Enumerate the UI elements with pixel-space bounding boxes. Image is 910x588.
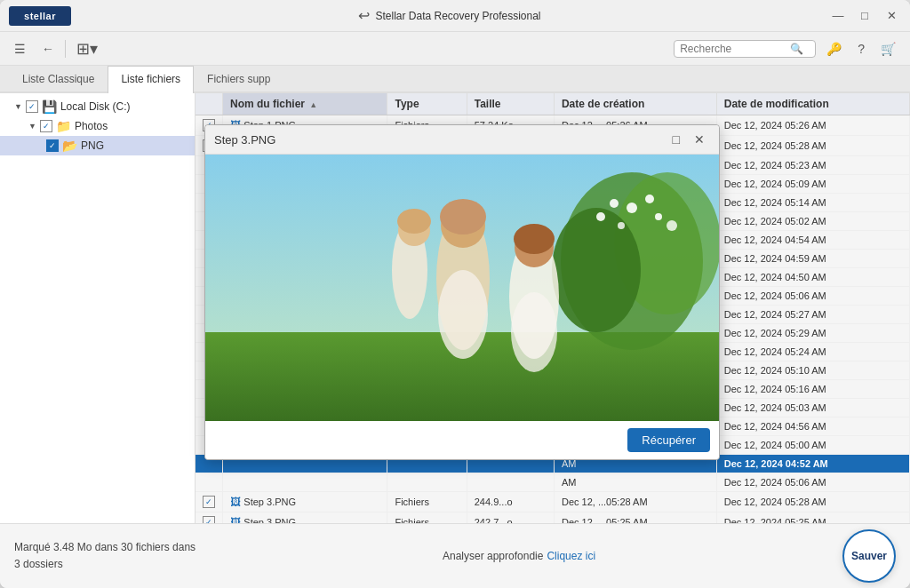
col-modified[interactable]: Date de modification bbox=[716, 93, 909, 115]
preview-maximize-button[interactable]: □ bbox=[667, 131, 685, 148]
checkbox-local-disk[interactable]: ✓ bbox=[26, 100, 38, 113]
checkbox-photos[interactable]: ✓ bbox=[40, 120, 52, 132]
row-checkbox[interactable]: ✓ bbox=[203, 516, 215, 523]
status-label: Marqué 3.48 Mo dans 30 fichiers dans3 do… bbox=[14, 541, 196, 570]
col-size[interactable]: Taille bbox=[467, 93, 554, 115]
row-modified: Dec 12, 2024 05:16 AM bbox=[716, 380, 909, 399]
sidebar: ▼ ✓ 💾 Local Disk (C:) ▼ ✓ 📁 Photos ✓ 📂 P… bbox=[0, 93, 196, 523]
row-created: Dec 12, ...05:28 AM bbox=[554, 492, 716, 513]
row-modified: Dec 12, 2024 05:26 AM bbox=[716, 115, 909, 136]
svg-point-10 bbox=[667, 220, 677, 231]
row-created: Dec 12, ...05:25 AM bbox=[554, 513, 716, 524]
row-filename: 🖼 Step 3.PNG bbox=[223, 492, 387, 513]
preview-dialog: Step 3.PNG □ ✕ bbox=[204, 124, 720, 460]
search-box: 🔍 bbox=[674, 40, 816, 58]
row-type: Fichiers bbox=[387, 492, 467, 513]
row-modified: Dec 12, 2024 05:03 AM bbox=[716, 399, 909, 417]
preview-title: Step 3.PNG bbox=[214, 133, 275, 147]
titlebar-controls: — □ ✕ bbox=[828, 6, 901, 26]
tab-liste-fichiers[interactable]: Liste fichiers bbox=[108, 66, 194, 93]
analyze-section: Analyser approfondie Cliquez ici bbox=[443, 550, 595, 562]
toolbar-divider bbox=[65, 40, 66, 58]
table-header-row: Nom du fichier ▲ Type Taille Date de cré… bbox=[196, 93, 910, 115]
row-modified: Dec 12, 2024 05:10 AM bbox=[716, 362, 909, 380]
table-row[interactable]: AMDec 12, 2024 05:06 AM bbox=[196, 473, 910, 492]
preview-controls: □ ✕ bbox=[667, 131, 710, 148]
svg-point-9 bbox=[596, 212, 605, 221]
key-button[interactable]: 🔑 bbox=[821, 39, 847, 59]
preview-header: Step 3.PNG □ ✕ bbox=[205, 125, 719, 155]
row-modified: Dec 12, 2024 04:56 AM bbox=[716, 417, 909, 436]
row-filename bbox=[223, 473, 387, 492]
checkbox-png[interactable]: ✓ bbox=[46, 139, 59, 152]
row-modified: Dec 12, 2024 04:52 AM bbox=[716, 455, 909, 473]
close-button[interactable]: ✕ bbox=[882, 6, 901, 26]
app-window: stellar ↩ Stellar Data Recovery Professi… bbox=[0, 0, 910, 588]
maximize-button[interactable]: □ bbox=[855, 6, 874, 26]
col-filename[interactable]: Nom du fichier ▲ bbox=[223, 93, 387, 115]
row-modified: Dec 12, 2024 05:14 AM bbox=[716, 194, 909, 212]
expand-icon-photos: ▼ bbox=[28, 122, 36, 131]
png-label: PNG bbox=[81, 139, 104, 152]
grid-view-button[interactable]: ⊞▾ bbox=[71, 36, 103, 61]
row-checkbox[interactable]: ✓ bbox=[203, 496, 215, 508]
table-row[interactable]: ✓🖼 Step 3.PNGFichiers244.9...oDec 12, ..… bbox=[196, 492, 910, 513]
row-size bbox=[467, 473, 554, 492]
svg-point-4 bbox=[552, 208, 641, 332]
app-logo: stellar bbox=[9, 6, 71, 26]
tab-fichiers-supp[interactable]: Fichiers supp bbox=[194, 66, 283, 91]
status-text: Marqué 3.48 Mo dans 30 fichiers dans3 do… bbox=[14, 539, 196, 573]
cart-button[interactable]: 🛒 bbox=[875, 39, 901, 59]
preview-footer: Récupérer bbox=[205, 421, 719, 459]
tab-liste-classique[interactable]: Liste Classique bbox=[9, 66, 108, 91]
col-type[interactable]: Type bbox=[387, 93, 467, 115]
svg-point-11 bbox=[618, 222, 625, 229]
sidebar-item-local-disk[interactable]: ▼ ✓ 💾 Local Disk (C:) bbox=[0, 97, 195, 116]
row-modified: Dec 12, 2024 05:23 AM bbox=[716, 156, 909, 175]
col-created[interactable]: Date de création bbox=[554, 93, 716, 115]
menu-button[interactable]: ☰ bbox=[9, 39, 31, 59]
table-row[interactable]: ✓🖼 Step 3.PNGFichiers242.7...oDec 12, ..… bbox=[196, 513, 910, 524]
minimize-button[interactable]: — bbox=[828, 6, 848, 26]
row-size: 242.7...o bbox=[467, 513, 554, 524]
sidebar-item-photos[interactable]: ▼ ✓ 📁 Photos bbox=[0, 116, 195, 136]
save-button[interactable]: Sauver bbox=[842, 529, 896, 583]
row-modified: Dec 12, 2024 04:50 AM bbox=[716, 268, 909, 287]
row-modified: Dec 12, 2024 04:54 AM bbox=[716, 231, 909, 250]
search-icon: 🔍 bbox=[790, 43, 803, 55]
svg-point-14 bbox=[440, 199, 486, 234]
toolbar-left: ☰ ← ⊞▾ bbox=[9, 36, 103, 61]
file-type-icon: 🖼 bbox=[230, 496, 243, 508]
row-modified: Dec 12, 2024 05:06 AM bbox=[716, 473, 909, 492]
row-filename: 🖼 Step 3.PNG bbox=[223, 513, 387, 524]
back-button[interactable]: ← bbox=[36, 39, 60, 59]
row-modified: Dec 12, 2024 05:02 AM bbox=[716, 212, 909, 231]
folder-icon-png: 📂 bbox=[62, 139, 77, 153]
statusbar: Marqué 3.48 Mo dans 30 fichiers dans3 do… bbox=[0, 523, 910, 588]
titlebar-left: stellar bbox=[9, 6, 71, 26]
folder-icon-local-disk: 💾 bbox=[42, 99, 57, 114]
analyze-text: Analyser approfondie bbox=[443, 550, 543, 562]
row-modified: Dec 12, 2024 04:59 AM bbox=[716, 250, 909, 268]
help-button[interactable]: ? bbox=[852, 39, 870, 59]
local-disk-label: Local Disk (C:) bbox=[60, 100, 131, 113]
preview-image-svg bbox=[205, 155, 719, 421]
svg-point-20 bbox=[514, 224, 555, 254]
svg-point-8 bbox=[655, 213, 662, 220]
preview-close-button[interactable]: ✕ bbox=[689, 131, 710, 148]
preview-image bbox=[205, 155, 719, 421]
titlebar: stellar ↩ Stellar Data Recovery Professi… bbox=[0, 0, 910, 32]
analyze-link[interactable]: Cliquez ici bbox=[547, 550, 595, 562]
titlebar-title: ↩ Stellar Data Recovery Professional bbox=[71, 7, 828, 24]
sidebar-item-png[interactable]: ✓ 📂 PNG bbox=[0, 136, 195, 155]
row-modified: Dec 12, 2024 05:00 AM bbox=[716, 436, 909, 455]
search-input[interactable] bbox=[680, 43, 786, 55]
row-modified: Dec 12, 2024 05:27 AM bbox=[716, 306, 909, 324]
col-check[interactable] bbox=[196, 93, 223, 115]
svg-point-21 bbox=[438, 270, 488, 359]
recover-button[interactable]: Récupérer bbox=[627, 428, 710, 452]
toolbar: ☰ ← ⊞▾ 🔍 🔑 ? 🛒 bbox=[0, 32, 910, 66]
svg-point-22 bbox=[511, 292, 557, 372]
photos-label: Photos bbox=[75, 120, 108, 132]
app-title: Stellar Data Recovery Professional bbox=[375, 10, 540, 22]
